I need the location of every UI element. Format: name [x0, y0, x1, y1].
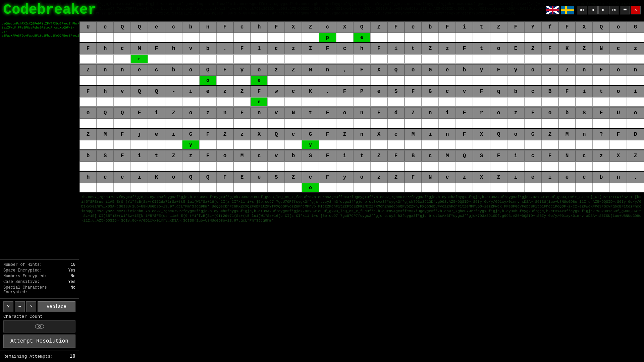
input-cell[interactable] [216, 54, 233, 64]
input-cell[interactable] [541, 76, 558, 85]
input-cell[interactable] [370, 162, 387, 171]
input-cell[interactable] [148, 162, 165, 171]
input-cell[interactable] [576, 183, 593, 192]
input-cell[interactable] [387, 140, 405, 149]
input-cell[interactable] [353, 76, 370, 85]
input-cell[interactable] [576, 119, 593, 128]
input-cell[interactable] [405, 162, 422, 171]
input-cell[interactable] [216, 76, 233, 85]
input-cell[interactable] [405, 97, 422, 107]
input-cell[interactable] [302, 119, 319, 128]
input-cell[interactable] [627, 97, 644, 107]
input-cell[interactable] [627, 76, 644, 85]
input-cell[interactable] [336, 140, 353, 149]
input-cell[interactable] [541, 97, 558, 107]
input-cell[interactable] [199, 97, 216, 107]
input-cell[interactable] [182, 76, 199, 85]
input-cell[interactable] [268, 183, 285, 192]
input-cell[interactable] [370, 97, 387, 107]
input-cell[interactable] [456, 140, 473, 149]
input-cell[interactable] [456, 33, 473, 42]
input-cell[interactable]: y [182, 140, 199, 149]
input-cell[interactable] [114, 76, 131, 85]
input-cell[interactable] [216, 97, 233, 107]
input-cell[interactable] [79, 140, 97, 149]
input-cell[interactable] [336, 54, 353, 64]
input-cell[interactable] [148, 54, 165, 64]
input-cell[interactable] [524, 97, 541, 107]
input-cell[interactable] [387, 76, 405, 85]
input-cell[interactable] [114, 119, 131, 128]
menu-button[interactable]: ☰ [620, 6, 630, 14]
input-cell[interactable] [79, 54, 97, 64]
input-cell[interactable] [353, 140, 370, 149]
input-cell[interactable] [610, 97, 627, 107]
input-cell[interactable] [165, 33, 182, 42]
input-cell[interactable] [422, 183, 439, 192]
question-left-button[interactable]: ? [3, 301, 13, 312]
input-cell[interactable] [473, 76, 490, 85]
input-cell[interactable] [216, 33, 233, 42]
input-cell[interactable] [490, 140, 507, 149]
input-cell[interactable] [576, 33, 593, 42]
input-cell[interactable] [541, 140, 558, 149]
input-cell[interactable] [558, 140, 576, 149]
input-cell[interactable] [268, 54, 285, 64]
input-cell[interactable] [439, 183, 456, 192]
input-cell[interactable] [473, 140, 490, 149]
input-cell[interactable] [216, 183, 233, 192]
input-cell[interactable] [268, 33, 285, 42]
input-cell[interactable] [507, 119, 524, 128]
input-cell[interactable] [627, 140, 644, 149]
input-cell[interactable] [524, 76, 541, 85]
input-cell[interactable] [439, 33, 456, 42]
input-cell[interactable] [456, 97, 473, 107]
uk-flag[interactable] [546, 6, 559, 14]
input-cell[interactable] [114, 54, 131, 64]
input-cell[interactable] [593, 140, 610, 149]
input-cell[interactable] [610, 54, 627, 64]
input-cell[interactable] [439, 76, 456, 85]
input-cell[interactable] [216, 119, 233, 128]
input-cell[interactable] [79, 162, 97, 171]
input-cell[interactable]: o [302, 183, 319, 192]
input-cell[interactable] [405, 54, 422, 64]
input-cell[interactable] [541, 54, 558, 64]
input-cell[interactable] [114, 33, 131, 42]
input-cell[interactable] [285, 119, 302, 128]
input-cell[interactable] [524, 119, 541, 128]
input-cell[interactable] [422, 97, 439, 107]
input-cell[interactable] [216, 140, 233, 149]
input-cell[interactable] [148, 33, 165, 42]
input-cell[interactable] [199, 140, 216, 149]
input-cell[interactable] [558, 119, 576, 128]
input-cell[interactable] [473, 33, 490, 42]
input-cell[interactable] [490, 33, 507, 42]
input-cell[interactable] [336, 162, 353, 171]
input-cell[interactable] [319, 119, 336, 128]
input-cell[interactable] [165, 97, 182, 107]
input-cell[interactable] [114, 140, 131, 149]
input-cell[interactable] [148, 119, 165, 128]
input-cell[interactable]: y [302, 140, 319, 149]
input-cell[interactable] [182, 162, 199, 171]
input-cell[interactable] [370, 54, 387, 64]
input-cell[interactable] [285, 76, 302, 85]
input-cell[interactable] [285, 54, 302, 64]
input-cell[interactable] [79, 76, 97, 85]
input-cell[interactable] [319, 183, 336, 192]
input-cell[interactable] [302, 33, 319, 42]
input-cell[interactable] [148, 140, 165, 149]
input-cell[interactable] [336, 33, 353, 42]
input-cell[interactable] [182, 97, 199, 107]
input-cell[interactable]: r [131, 54, 148, 64]
input-cell[interactable] [97, 54, 114, 64]
input-cell[interactable] [165, 183, 182, 192]
input-cell[interactable] [79, 119, 97, 128]
question-right-button[interactable]: ? [26, 301, 36, 312]
input-cell[interactable] [422, 162, 439, 171]
input-cell[interactable] [302, 97, 319, 107]
input-cell[interactable] [456, 119, 473, 128]
input-cell[interactable] [336, 97, 353, 107]
input-cell[interactable] [285, 162, 302, 171]
